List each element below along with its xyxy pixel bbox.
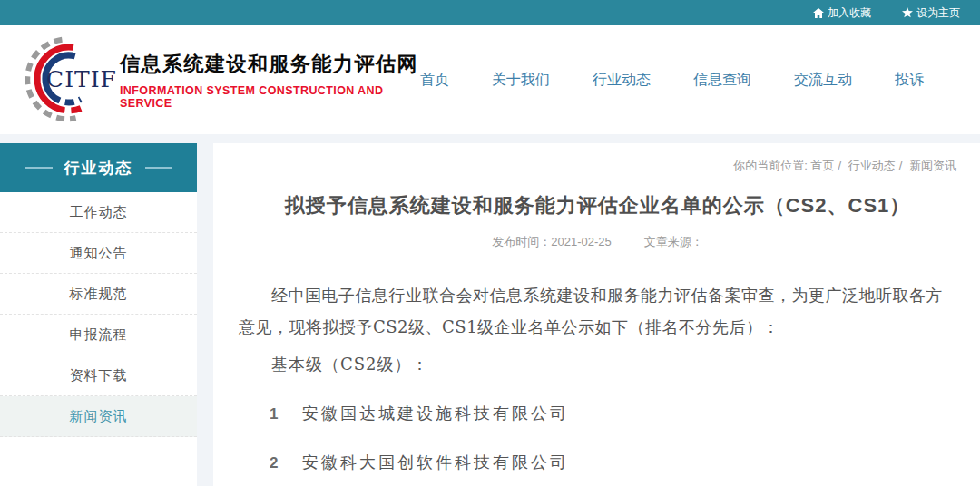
company-row: 1 安徽国达城建设施科技有限公司	[270, 403, 956, 424]
sidebar-item-notices[interactable]: 通知公告	[0, 233, 197, 274]
breadcrumb: 你的当前位置: 首页/ 行业动态/ 新闻资讯	[239, 158, 956, 174]
set-homepage-label: 设为主页	[916, 5, 960, 21]
site-subtitle: INFORMATION SYSTEM CONSTRUCTION AND SERV…	[120, 84, 420, 110]
nav-item-about[interactable]: 关于我们	[492, 71, 550, 90]
article-paragraph: 经中国电子信息行业联合会对信息系统建设和服务能力评估备案审查，为更广泛地听取各方…	[239, 279, 956, 343]
article-meta: 发布时间：2021-02-25 文章来源：	[239, 234, 956, 250]
publish-date: 发布时间：2021-02-25	[492, 234, 612, 250]
breadcrumb-separator: /	[899, 159, 903, 172]
breadcrumb-home[interactable]: 首页	[811, 159, 835, 172]
sidebar-item-downloads[interactable]: 资料下载	[0, 355, 197, 396]
sidebar-title-line-right	[145, 167, 172, 169]
site-header: CITIF 信息系统建设和服务能力评估网 INFORMATION SYSTEM …	[0, 25, 980, 134]
company-row: 2 安徽科大国创软件科技有限公司	[270, 452, 956, 473]
site-name: 信息系统建设和服务能力评估网	[120, 51, 420, 78]
sidebar-item-application-process[interactable]: 申报流程	[0, 315, 197, 355]
logo-swoosh-icon	[13, 113, 113, 129]
main-nav: 首页 关于我们 行业动态 信息查询 交流互动 投诉	[420, 71, 947, 90]
set-homepage-link[interactable]: 设为主页	[902, 5, 960, 21]
sidebar-item-work-trends[interactable]: 工作动态	[0, 192, 197, 233]
breadcrumb-news[interactable]: 新闻资讯	[909, 159, 956, 172]
breadcrumb-label: 你的当前位置:	[733, 159, 808, 172]
site-logo[interactable]: CITIF	[13, 34, 113, 126]
content-layout: 行业动态 工作动态 通知公告 标准规范 申报流程 资料下载 新闻资讯 你的当前位…	[0, 143, 980, 486]
main-content: 你的当前位置: 首页/ 行业动态/ 新闻资讯 拟授予信息系统建设和服务能力评估企…	[213, 143, 980, 486]
logo-acronym: CITIF	[46, 66, 117, 92]
sidebar-item-news[interactable]: 新闻资讯	[0, 396, 197, 437]
add-favorite-label: 加入收藏	[828, 5, 871, 21]
article-source: 文章来源：	[644, 234, 703, 250]
article-paragraph: 基本级（CS2级）：	[239, 354, 956, 375]
nav-item-info-query[interactable]: 信息查询	[693, 71, 751, 90]
sidebar-item-standards[interactable]: 标准规范	[0, 274, 197, 315]
nav-item-exchange[interactable]: 交流互动	[794, 71, 852, 90]
nav-item-industry-news[interactable]: 行业动态	[593, 71, 651, 90]
company-name: 安徽国达城建设施科技有限公司	[302, 403, 569, 424]
home-icon	[813, 8, 824, 18]
company-index: 1	[270, 405, 302, 423]
sidebar-title: 行业动态	[0, 143, 197, 192]
add-favorite-link[interactable]: 加入收藏	[813, 5, 871, 21]
site-title-block: 信息系统建设和服务能力评估网 INFORMATION SYSTEM CONSTR…	[120, 51, 420, 110]
nav-item-home[interactable]: 首页	[420, 71, 449, 90]
star-icon	[902, 7, 913, 18]
breadcrumb-separator: /	[838, 159, 842, 172]
top-utility-bar: 加入收藏 设为主页	[0, 0, 980, 25]
sidebar-title-line-left	[25, 167, 53, 169]
company-index: 2	[270, 454, 302, 472]
breadcrumb-industry-news[interactable]: 行业动态	[848, 159, 896, 172]
article-body: 经中国电子信息行业联合会对信息系统建设和服务能力评估备案审查，为更广泛地听取各方…	[239, 279, 956, 473]
sidebar: 行业动态 工作动态 通知公告 标准规范 申报流程 资料下载 新闻资讯	[0, 143, 197, 486]
article-title: 拟授予信息系统建设和服务能力评估企业名单的公示（CS2、CS1）	[239, 192, 956, 219]
nav-item-complaint[interactable]: 投诉	[895, 71, 924, 90]
sidebar-title-label: 行业动态	[64, 158, 133, 179]
company-name: 安徽科大国创软件科技有限公司	[302, 452, 569, 473]
